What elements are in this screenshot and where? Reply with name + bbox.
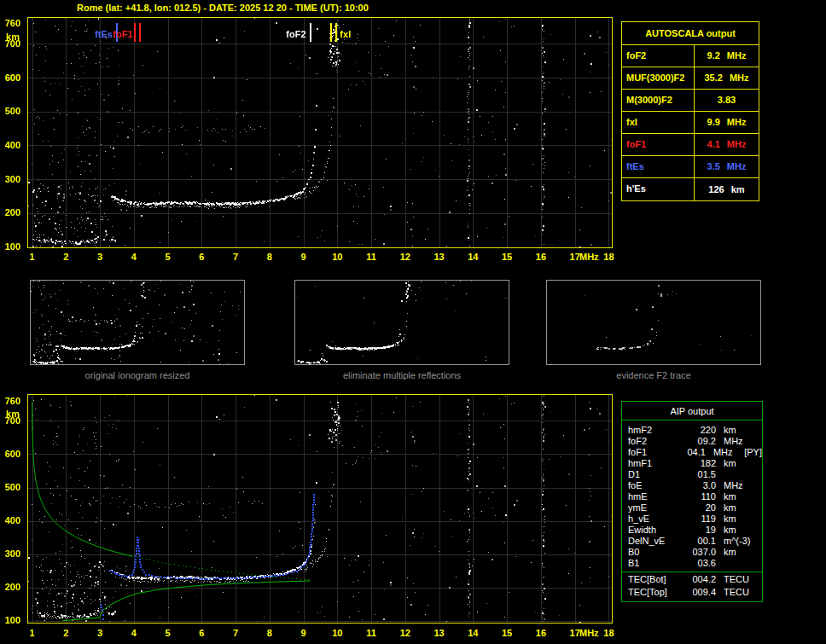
parameter-name: h'Es [622,178,695,200]
parameter-name: fxI [622,112,695,133]
value-number: 35.2 [704,67,722,89]
x-axis-tick: 10 [328,628,346,638]
y-axis-tick: 300 [0,549,25,559]
aip-row: Ewidth 19 km [622,525,762,536]
aip-parameter-extra [758,513,759,525]
y-unit-label-top: km [0,32,25,42]
thumbnail-caption-2: eliminate multiple reflections [294,370,509,380]
y-axis-tick: 400 [0,516,25,525]
aip-title: AIP output [622,402,762,421]
x-axis-tick: 1 [23,252,42,262]
value-number: 3.5 [707,156,720,177]
x-axis-tick: 9 [294,252,313,262]
aip-parameter-unit: MHz [716,436,758,447]
x-axis-tick: 14 [463,628,482,638]
aip-parameter-unit: MHz [716,480,758,491]
marker-foF1-line [139,23,141,42]
autoscala-title: AUTOSCALA output [622,22,759,45]
y-unit-label-bottom: km [0,409,25,419]
value-number: 9.2 [707,45,720,67]
autoscala-row: foF1 4.1 MHz [622,134,759,156]
aip-parameter-value: 220 [681,425,716,436]
aip-parameter-unit: MHz [706,447,743,458]
marker-foF2-line [310,23,311,42]
marker-fxI-line [330,23,332,42]
autoscala-row: M(3000)F2 3.83 [622,90,759,112]
ionogram-canvas-bottom [28,395,612,623]
aip-parameter-name: B1 [622,558,681,569]
marker-foF2-label: foF2 [277,29,306,39]
y-axis-tick: 200 [0,208,25,218]
parameter-name: ftEs [622,156,695,177]
aip-parameter-extra [758,536,759,547]
y-axis-tick: 600 [0,450,25,459]
x-unit-label-bottom: MHz [579,628,599,638]
aip-parameter-name: TEC[Bot] [622,574,681,587]
x-unit-label-top: MHz [579,252,599,262]
aip-row: foE 3.0 MHz [622,480,762,491]
y-axis-tick: 100 [0,616,25,625]
aip-parameter-unit: km [716,502,758,513]
x-axis-tick: 6 [192,252,211,262]
autoscala-row: h'Es 126 km [622,178,759,200]
aip-parameter-extra [758,491,759,502]
ionogram-canvas-top [28,18,612,247]
parameter-value: 3.5 MHz [695,156,759,177]
autoscala-row: MUF(3000)F2 35.2 MHz [622,67,759,90]
value-unit: MHz [727,45,747,67]
x-axis-tick: 5 [159,252,177,262]
thumbnail-caption-1: original ionogram resized [30,370,245,380]
value-number: 9.9 [707,112,720,133]
aip-row: D1 01.5 [622,469,762,480]
thumbnail-caption-3: evidence F2 trace [546,370,761,380]
aip-rows: hmF2 220 km foF2 09.2 MHz foF1 04.1 MHz … [622,421,762,601]
x-axis-tick: 2 [56,628,75,638]
aip-parameter-value: 09.2 [681,436,716,447]
x-axis-tick: 2 [56,252,75,262]
aip-row: foF2 09.2 MHz [622,436,762,447]
app-window: Rome (lat: +41.8, lon: 012.5) - DATE: 20… [0,0,826,644]
x-axis-tick: 18 [599,252,618,262]
parameter-value: 126 km [695,178,759,200]
aip-parameter-value: 04.1 [675,447,706,458]
aip-row: h_vE 119 km [622,513,762,525]
aip-parameter-value: 3.0 [681,480,716,491]
aip-parameter-unit: km [716,547,758,558]
aip-parameter-name: Ewidth [622,525,681,536]
y-axis-tick: 500 [0,483,25,492]
aip-parameter-extra [758,574,759,587]
aip-row: TEC[Bot] 004.2 TECU [622,571,762,587]
aip-parameter-unit: km [716,425,758,436]
ionogram-plot-top: ftEsfoF1foF2fxI [27,17,613,248]
x-axis-tick: 3 [90,628,109,638]
y-axis-tick: 500 [0,107,25,116]
aip-parameter-unit: TECU [716,587,758,598]
y-axis-tick: 300 [0,175,25,184]
aip-parameter-name: foF1 [622,447,675,458]
aip-row: B1 03.6 [622,558,762,569]
aip-panel: AIP output hmF2 220 km foF2 09.2 MHz foF… [621,401,763,602]
x-axis-tick: 5 [159,628,177,638]
value-unit: MHz [727,156,747,177]
autoscala-rows: foF2 9.2 MHz MUF(3000)F2 35.2 MHz M(3000… [622,45,759,200]
aip-parameter-extra [758,469,759,480]
aip-parameter-value: 20 [681,502,716,513]
aip-parameter-unit: km [716,525,758,536]
page-title: Rome (lat: +41.8, lon: 012.5) - DATE: 20… [77,3,369,13]
parameter-value: 35.2 MHz [695,67,759,89]
aip-row: B0 037.0 km [622,547,762,558]
parameter-value: 9.9 MHz [695,112,759,133]
y-axis-tick: 400 [0,141,25,150]
x-axis-tick: 9 [294,628,313,638]
aip-parameter-unit: km [716,491,758,502]
parameter-value: 9.2 MHz [695,45,759,67]
value-unit: MHz [727,134,747,155]
aip-row: TEC[Top] 009.4 TECU [622,587,762,598]
y-axis-tick: 100 [0,242,25,252]
aip-parameter-name: B0 [622,547,681,558]
aip-parameter-value: 110 [681,491,716,502]
parameter-value: 3.83 [695,90,759,111]
x-axis-tick: 14 [463,252,482,262]
x-axis-tick: 13 [430,252,449,262]
marker-foF1-line [134,23,136,42]
